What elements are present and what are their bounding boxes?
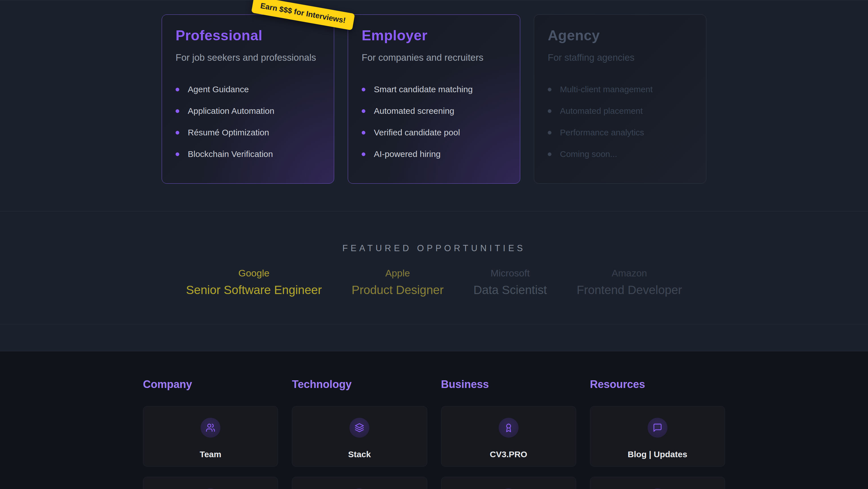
feature-label: Multi-client management: [560, 85, 653, 94]
footer-card-stack[interactable]: Stack: [292, 406, 427, 467]
footer-column-company: Company Team: [143, 378, 278, 489]
feature-label: Performance analytics: [560, 128, 644, 137]
bullet-dot-icon: [362, 131, 365, 135]
plan-subtitle: For job seekers and professionals: [176, 52, 320, 63]
footer-card-label: CV3.PRO: [490, 450, 527, 459]
featured-company: Apple: [351, 268, 444, 279]
plan-feature-list: Multi-client management Automated placem…: [548, 85, 692, 159]
layers-icon: [354, 423, 364, 433]
plan-feature-list: Agent Guidance Application Automation Ré…: [176, 85, 320, 159]
feature-label: Blockchain Verification: [188, 149, 273, 159]
bullet-dot-icon: [176, 109, 179, 113]
feature-label: Application Automation: [188, 106, 274, 116]
bullet-dot-icon: [548, 109, 552, 113]
feature-item: Automated screening: [362, 106, 506, 116]
feature-item: Agent Guidance: [176, 85, 320, 94]
footer-card-partial[interactable]: [441, 477, 576, 489]
featured-opportunities-section: FEATURED OPPORTUNITIES Google Senior Sof…: [0, 211, 868, 324]
bullet-dot-icon: [362, 109, 365, 113]
icon-circle: [648, 418, 668, 438]
bullet-dot-icon: [548, 88, 552, 91]
feature-item: Smart candidate matching: [362, 85, 506, 94]
users-icon: [206, 423, 215, 433]
featured-item-microsoft: Microsoft Data Scientist: [473, 268, 547, 297]
feature-item: Résumé Optimization: [176, 128, 320, 137]
footer-card-partial[interactable]: [143, 477, 278, 489]
footer-card-label: Stack: [348, 450, 371, 459]
plan-cards-row: Professional For job seekers and profess…: [162, 15, 706, 183]
footer-heading: Company: [143, 378, 278, 391]
footer: Company Team Technology Stack: [0, 351, 868, 489]
featured-role: Data Scientist: [473, 283, 547, 297]
featured-item-apple: Apple Product Designer: [351, 268, 444, 297]
plans-section: Earn $$$ for Interviews! Professional Fo…: [0, 0, 868, 211]
bullet-dot-icon: [176, 152, 179, 156]
section-divider-strip: [0, 324, 868, 351]
feature-label: Agent Guidance: [188, 85, 249, 94]
plan-card-employer[interactable]: Employer For companies and recruiters Sm…: [348, 15, 520, 183]
plan-subtitle: For staffing agencies: [548, 52, 692, 63]
plan-subtitle: For companies and recruiters: [362, 52, 506, 63]
bullet-dot-icon: [362, 152, 365, 156]
feature-item: Performance analytics: [548, 128, 692, 137]
plan-title: Agency: [548, 27, 692, 44]
featured-role: Frontend Developer: [577, 283, 682, 297]
feature-label: Verified candidate pool: [374, 128, 460, 137]
icon-circle: [499, 418, 519, 438]
footer-column-business: Business CV3.PRO: [441, 378, 576, 489]
feature-item: Multi-client management: [548, 85, 692, 94]
plan-feature-list: Smart candidate matching Automated scree…: [362, 85, 506, 159]
icon-circle: [200, 418, 220, 438]
footer-heading: Technology: [292, 378, 427, 391]
bullet-dot-icon: [548, 152, 552, 156]
featured-company: Amazon: [577, 268, 682, 279]
icon-circle: [349, 418, 369, 438]
footer-column-resources: Resources Blog | Updates: [590, 378, 725, 489]
plan-card-professional[interactable]: Professional For job seekers and profess…: [162, 15, 334, 183]
featured-title: FEATURED OPPORTUNITIES: [0, 243, 868, 254]
featured-item-amazon: Amazon Frontend Developer: [577, 268, 682, 297]
featured-ticker: Google Senior Software Engineer Apple Pr…: [0, 268, 868, 297]
bullet-dot-icon: [362, 88, 365, 91]
plan-card-agency: Agency For staffing agencies Multi-clien…: [534, 15, 706, 183]
feature-item: Coming soon...: [548, 149, 692, 159]
featured-company: Google: [186, 268, 322, 279]
award-icon: [504, 423, 514, 433]
feature-label: Automated screening: [374, 106, 455, 116]
feature-item: Application Automation: [176, 106, 320, 116]
footer-card-blog[interactable]: Blog | Updates: [590, 406, 725, 467]
feature-label: Coming soon...: [560, 149, 617, 159]
plan-title: Employer: [362, 27, 506, 44]
featured-role: Senior Software Engineer: [186, 283, 322, 297]
bullet-dot-icon: [176, 131, 179, 135]
feature-item: AI-powered hiring: [362, 149, 506, 159]
footer-card-label: Team: [200, 450, 221, 459]
bullet-dot-icon: [548, 131, 552, 135]
footer-card-cv3pro[interactable]: CV3.PRO: [441, 406, 576, 467]
footer-heading: Resources: [590, 378, 725, 391]
footer-card-partial[interactable]: [292, 477, 427, 489]
featured-company: Microsoft: [473, 268, 547, 279]
footer-heading: Business: [441, 378, 576, 391]
feature-label: Résumé Optimization: [188, 128, 269, 137]
footer-column-technology: Technology Stack: [292, 378, 427, 489]
feature-label: Automated placement: [560, 106, 643, 116]
feature-label: Smart candidate matching: [374, 85, 473, 94]
footer-card-partial[interactable]: [590, 477, 725, 489]
featured-item-google: Google Senior Software Engineer: [186, 268, 322, 297]
footer-card-team[interactable]: Team: [143, 406, 278, 467]
feature-label: AI-powered hiring: [374, 149, 440, 159]
feature-item: Blockchain Verification: [176, 149, 320, 159]
message-icon: [653, 423, 662, 433]
plan-title: Professional: [176, 27, 320, 44]
feature-item: Automated placement: [548, 106, 692, 116]
footer-card-label: Blog | Updates: [628, 450, 687, 459]
feature-item: Verified candidate pool: [362, 128, 506, 137]
bullet-dot-icon: [176, 88, 179, 91]
featured-role: Product Designer: [351, 283, 444, 297]
